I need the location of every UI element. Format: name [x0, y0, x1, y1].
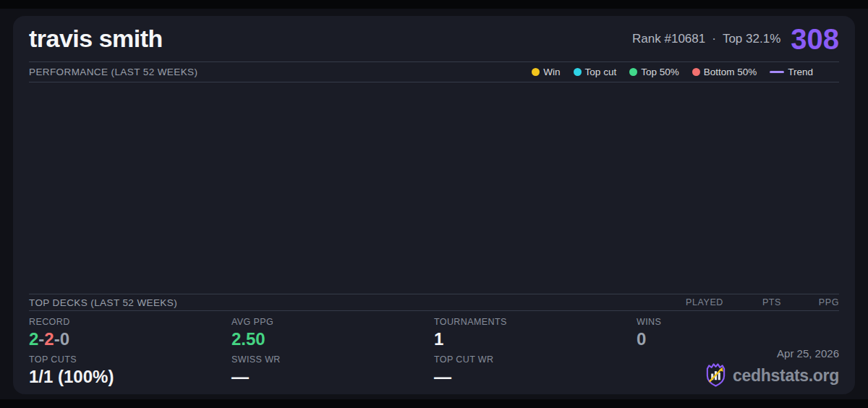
legend-item-bottom-50: Bottom 50%: [692, 67, 757, 77]
win-dot-icon: [532, 68, 540, 76]
rank-separator: ·: [712, 32, 716, 46]
card-header: travis smith Rank #10681 · Top 32.1% 308: [29, 16, 839, 62]
chart-legend: Win Top cut Top 50% Bottom 50% Trend: [532, 67, 813, 77]
wins-label: WINS: [637, 317, 839, 327]
legend-item-trend: Trend: [770, 67, 813, 77]
performance-header-row: PERFORMANCE (LAST 52 WEEKS) Win Top cut …: [29, 62, 839, 82]
performance-chart: [29, 82, 839, 294]
stat-record: RECORD 2-2-0 TOP CUTS 1/1 (100%): [29, 317, 231, 391]
top-cuts-label: TOP CUTS: [29, 354, 231, 365]
cedhstats-shield-logo-icon: [705, 362, 727, 390]
player-stats-card: travis smith Rank #10681 · Top 32.1% 308…: [13, 16, 855, 394]
legend-item-top-50: Top 50%: [629, 67, 679, 77]
top-decks-heading: TOP DECKS (LAST 52 WEEKS): [29, 297, 177, 308]
top-decks-header-row: TOP DECKS (LAST 52 WEEKS) PLAYED PTS PPG: [29, 294, 839, 311]
avg-ppg-value: 2.50: [231, 329, 434, 349]
tournaments-value: 1: [434, 329, 637, 349]
column-played: PLAYED: [665, 297, 723, 307]
top-letterbox-bar: [0, 0, 868, 9]
brand-name: cedhstats.org: [733, 366, 839, 386]
rank-label: Rank #10681: [632, 32, 705, 46]
header-rank-group: Rank #10681 · Top 32.1% 308: [632, 25, 839, 54]
legend-label-trend: Trend: [788, 67, 813, 77]
player-score: 308: [791, 25, 839, 54]
legend-item-win: Win: [532, 67, 560, 77]
card-footer: Apr 25, 2026 cedhstats.org: [705, 347, 839, 390]
trend-line-icon: [770, 71, 784, 73]
top-cut-wr-value: —: [434, 367, 637, 387]
avg-ppg-label: AVG PPG: [231, 317, 434, 327]
wins-value: 0: [637, 329, 839, 349]
top-50-dot-icon: [629, 68, 637, 76]
legend-label-bottom-50: Bottom 50%: [704, 67, 757, 77]
top-percent: Top 32.1%: [723, 32, 780, 46]
brand-row: cedhstats.org: [705, 362, 839, 390]
performance-heading: PERFORMANCE (LAST 52 WEEKS): [29, 67, 197, 77]
legend-label-win: Win: [543, 67, 560, 77]
swiss-wr-label: SWISS WR: [231, 354, 434, 365]
player-name: travis smith: [29, 25, 163, 53]
record-losses: 2: [44, 329, 54, 349]
legend-item-top-cut: Top cut: [574, 67, 617, 77]
bottom-50-dot-icon: [692, 68, 700, 76]
bottom-letterbox-bar: [0, 399, 868, 408]
top-cuts-value: 1/1 (100%): [29, 367, 231, 387]
legend-label-top-cut: Top cut: [585, 67, 617, 77]
stat-tournaments: TOURNAMENTS 1 TOP CUT WR —: [434, 317, 637, 391]
record-value: 2-2-0: [29, 329, 231, 349]
record-wins: 2: [29, 329, 38, 349]
top-decks-columns: PLAYED PTS PPG: [665, 297, 839, 307]
record-label: RECORD: [29, 317, 231, 327]
tournaments-label: TOURNAMENTS: [434, 317, 637, 327]
record-dash-2: -: [54, 329, 60, 349]
record-draws: 0: [60, 329, 69, 349]
top-cut-dot-icon: [574, 68, 582, 76]
rank-line: Rank #10681 · Top 32.1%: [632, 32, 780, 46]
column-ppg: PPG: [781, 297, 839, 307]
stat-avg-ppg: AVG PPG 2.50 SWISS WR —: [231, 317, 434, 391]
legend-label-top-50: Top 50%: [641, 67, 679, 77]
generated-date: Apr 25, 2026: [705, 347, 839, 360]
top-cut-wr-label: TOP CUT WR: [434, 354, 637, 365]
column-pts: PTS: [723, 297, 781, 307]
stats-section: RECORD 2-2-0 TOP CUTS 1/1 (100%) AVG PPG…: [29, 311, 839, 394]
swiss-wr-value: —: [231, 367, 434, 387]
